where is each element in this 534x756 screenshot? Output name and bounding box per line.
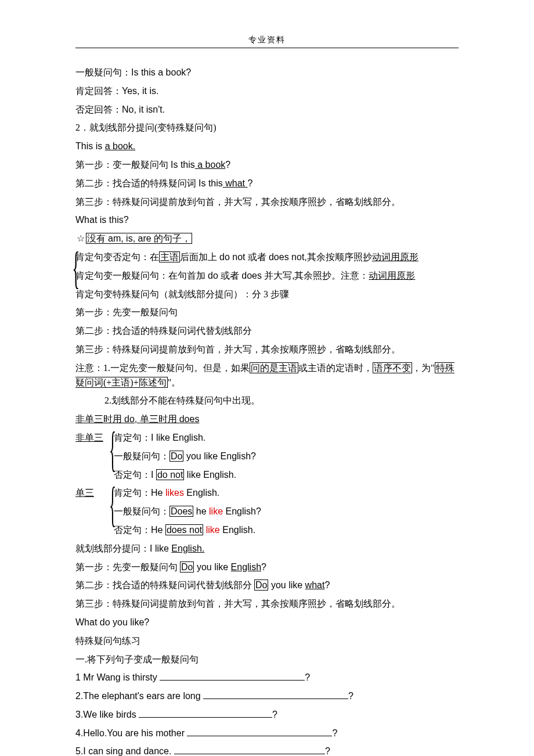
exercise-item: 2.The elephant's ears are long ? <box>75 689 459 704</box>
text-line: 第一步：先变一般疑问句 Do you like English? <box>75 560 459 575</box>
brace-group: { 肯定句变否定句：在主语后面加上 do not 或者 does not,其余按… <box>75 250 459 301</box>
text-line: 否定句：I do not like English. <box>75 468 459 483</box>
text-line: 第三步：特殊疑问词提前放到句首，并大写，其余按顺序照抄，省略划线部分。 <box>75 597 459 611</box>
answer-blank[interactable] <box>139 708 272 718</box>
text-line: 第三步：特殊疑问词提前放到句首，并大写，其余按顺序照抄，省略划线部分。 <box>75 195 459 210</box>
exercise-item: 5.I can sing and dance. ? <box>75 744 459 756</box>
text-line: 2.划线部分不能在特殊疑问句中出现。 <box>75 394 459 408</box>
star-note: ☆没有 am, is, are 的句子， <box>75 232 459 246</box>
exercise-item: 1 Mr Wang is thirsty ? <box>75 671 459 685</box>
document-page: 专业资料 一般疑问句：Is this a book? 肯定回答：Yes, it … <box>0 0 534 756</box>
text-line: 一般疑问句：Do you like English? <box>75 449 459 464</box>
answer-blank[interactable] <box>160 671 305 681</box>
exercise-item: 4.Hello.You are his mother ? <box>75 726 459 741</box>
exercise-item: 3.We like birds ? <box>75 708 459 722</box>
answer-blank[interactable] <box>174 744 325 754</box>
text-line: 一般疑问句：Is this a book? <box>75 66 459 80</box>
answer-blank[interactable] <box>203 689 348 699</box>
text-line: 肯定回答：Yes, it is. <box>75 84 459 99</box>
text-line: 一般疑问句：Does he like English? <box>75 505 459 519</box>
text-line: 单三肯定句：He likes English. <box>75 486 459 501</box>
brace-group-nonthird: { 非单三肯定句：I like English. 一般疑问句：Do you li… <box>75 431 459 482</box>
text-line: 否定句：He does not like English. <box>75 523 459 538</box>
text-line: 肯定句变否定句：在主语后面加上 do not 或者 does not,其余按顺序… <box>75 250 459 265</box>
text-line: 第一步：先变一般疑问句 <box>75 305 459 320</box>
text-line: This is a book. <box>75 139 459 154</box>
text-line: 注意：1.一定先变一般疑问句。但是，如果问的是主语或主语的定语时，语序不变，为"… <box>75 361 459 390</box>
page-header: 专业资料 <box>75 35 459 45</box>
text-line: 第一步：变一般疑问句 Is this a book? <box>75 158 459 172</box>
text-line: 第三步：特殊疑问词提前放到句首，并大写，其余按顺序照抄，省略划线部分。 <box>75 343 459 357</box>
text-line: 第二步：找合适的特殊疑问词代替划线部分 <box>75 324 459 339</box>
answer-blank[interactable] <box>187 726 332 736</box>
section-heading: 一.将下列句子变成一般疑问句 <box>75 653 459 667</box>
text-line: 肯定句变一般疑问句：在句首加 do 或者 does 并大写,其余照抄。注意：动词… <box>75 269 459 283</box>
text-line: 第二步：找合适的特殊疑问词 Is this what ? <box>75 177 459 191</box>
header-divider <box>75 48 459 48</box>
text-line: 第二步：找合适的特殊疑问词代替划线部分 Do you like what? <box>75 578 459 593</box>
text-line: 否定回答：No, it isn't. <box>75 103 459 117</box>
brace-group-third: { 单三肯定句：He likes English. 一般疑问句：Does he … <box>75 486 459 537</box>
section-heading: 特殊疑问句练习 <box>75 634 459 649</box>
text-line: 就划线部分提问：I like English. <box>75 542 459 556</box>
text-line: 非单三时用 do, 单三时用 does <box>75 412 459 427</box>
text-line: What is this? <box>75 213 459 228</box>
text-line: 非单三肯定句：I like English. <box>75 431 459 445</box>
text-line: 肯定句变特殊疑问句（就划线部分提问）：分 3 步骤 <box>75 287 459 302</box>
text-line: What do you like? <box>75 615 459 630</box>
text-line: 2．就划线部分提问(变特殊疑问句) <box>75 121 459 135</box>
